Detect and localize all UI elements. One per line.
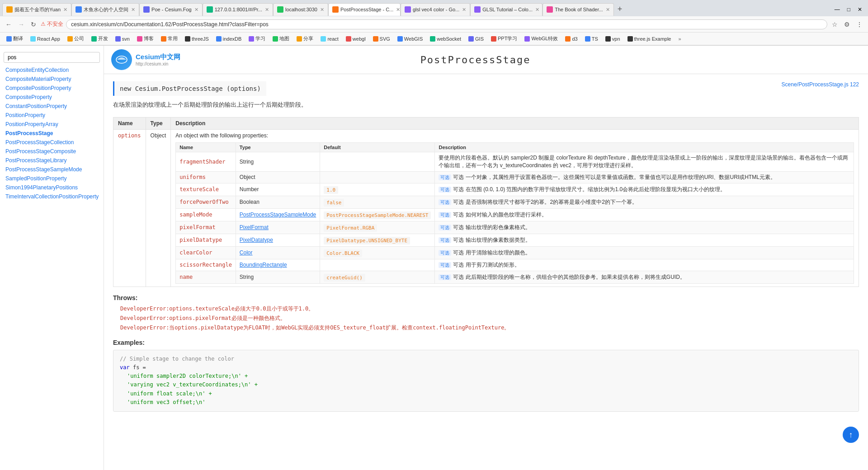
inner-param-type[interactable]: PostProcessStageSampleMode <box>236 208 320 221</box>
tab-close-3[interactable]: ✕ <box>265 7 269 13</box>
sidebar-item-PostProcessStageComposite[interactable]: PostProcessStageComposite <box>0 147 104 156</box>
bookmark-gis[interactable]: GIS <box>466 35 486 42</box>
extensions-button[interactable]: ⚙ <box>842 20 852 29</box>
bookmark-vpn[interactable]: vpn <box>603 35 623 42</box>
tab-label-4: localhost:3030 <box>285 7 317 12</box>
throws-item: DeveloperError:options.pixelFormat必须是一种颜… <box>120 315 859 322</box>
new-tab-button[interactable]: + <box>614 5 626 14</box>
bookmark-ppt[interactable]: PPT学习 <box>488 34 520 43</box>
tab-2[interactable]: Poe - Cesium.Fog ✕ <box>139 3 203 16</box>
bookmark-button[interactable]: ☆ <box>830 20 840 29</box>
maximize-button[interactable]: □ <box>844 5 854 14</box>
inner-param-type[interactable]: PixelFormat <box>236 221 320 234</box>
sidebar-item-PostProcessStageCollection[interactable]: PostProcessStageCollection <box>0 138 104 147</box>
tab-close-4[interactable]: ✕ <box>320 7 324 13</box>
bookmark-websocket[interactable]: webSocket <box>427 35 464 42</box>
tab-close-1[interactable]: ✕ <box>131 7 135 13</box>
refresh-button[interactable]: ↻ <box>29 20 38 29</box>
sidebar-search-input[interactable] <box>4 52 100 63</box>
back-button[interactable]: ← <box>4 20 14 29</box>
tab-close-7[interactable]: ✕ <box>535 7 539 13</box>
tab-label-2: Poe - Cesium.Fog <box>151 7 192 12</box>
tab-label-6: glsl vec4 color - Go... <box>413 7 459 12</box>
tab-favicon-0 <box>6 6 13 13</box>
bookmark-icon-threejsex <box>627 36 633 42</box>
type-link[interactable]: PostProcessStageSampleMode <box>240 212 316 218</box>
inner-param-type[interactable]: Color <box>236 246 320 259</box>
tab-7[interactable]: GLSL Tutorial – Colo... ✕ <box>470 3 542 16</box>
inner-param-type[interactable]: PixelDatatype <box>236 234 320 246</box>
sidebar-item-Simon1994PlanetaryPositions[interactable]: Simon1994PlanetaryPositions <box>0 183 104 192</box>
constructor-source-link[interactable]: Scene/PostProcessStage.js 122 <box>782 81 859 88</box>
bookmark-study[interactable]: 学习 <box>246 34 268 43</box>
tab-0[interactable]: 掘着五个金币的Yuan ✕ <box>2 3 71 16</box>
forward-button[interactable]: → <box>16 20 26 29</box>
inner-param-description: 可选可选 如何对输入的颜色纹理进行采样。 <box>435 208 854 221</box>
bookmark-threejs[interactable]: threeJS <box>182 35 212 42</box>
bookmarks-more[interactable]: » <box>675 35 684 42</box>
tab-3[interactable]: 127.0.0.1:8001/#/Pr... ✕ <box>203 3 273 16</box>
sidebar-item-CompositeMaterialProperty[interactable]: CompositeMaterialProperty <box>0 75 104 84</box>
tab-8[interactable]: The Book of Shader... ✕ <box>542 3 613 16</box>
optional-badge: 可选 <box>439 212 451 218</box>
sidebar-item-PositionPropertyArray[interactable]: PositionPropertyArray <box>0 120 104 129</box>
tab-5[interactable]: PostProcessStage - C... ✕ <box>328 3 401 16</box>
param-name-options: options <box>113 129 146 287</box>
sidebar-item-CompositeEntityCollection[interactable]: CompositeEntityCollection <box>0 66 104 75</box>
sidebar-item-CompositePositionProperty[interactable]: CompositePositionProperty <box>0 84 104 93</box>
bookmark-dev[interactable]: 开发 <box>89 34 111 43</box>
bookmark-translate[interactable]: 翻译 <box>4 34 26 43</box>
tab-1[interactable]: 木鱼水心的个人空间 ✕ <box>71 3 139 16</box>
bookmark-company[interactable]: 公司 <box>65 34 87 43</box>
bookmark-webglfx[interactable]: WebGL特效 <box>522 34 561 43</box>
inner-table-row: clearColorColorColor.BLACK可选可选 用于清除输出纹理的… <box>176 246 854 259</box>
cesium-logo[interactable]: Cesium中文网 http://cesium.xin <box>111 49 180 70</box>
sidebar-item-PostProcessStageSampleMode[interactable]: PostProcessStageSampleMode <box>0 165 104 174</box>
sidebar-item-CompositeProperty[interactable]: CompositeProperty <box>0 93 104 102</box>
type-link[interactable]: BoundingRectangle <box>240 262 287 268</box>
tab-close-6[interactable]: ✕ <box>462 7 466 13</box>
bookmark-d3[interactable]: d3 <box>562 35 580 42</box>
sidebar-item-ConstantPositionProperty[interactable]: ConstantPositionProperty <box>0 102 104 111</box>
scroll-to-top-button[interactable]: ↑ <box>843 427 859 443</box>
bookmark-icon-blog <box>137 36 142 42</box>
bookmark-react2[interactable]: react <box>318 35 341 42</box>
sidebar-item-PostProcessStageLibrary[interactable]: PostProcessStageLibrary <box>0 156 104 165</box>
tab-favicon-7 <box>474 6 481 13</box>
tab-close-0[interactable]: ✕ <box>63 7 67 13</box>
bookmark-webgl[interactable]: webgl <box>343 35 368 42</box>
bookmark-common[interactable]: 常用 <box>158 34 180 43</box>
bookmark-threejsex[interactable]: three.js Example <box>625 35 674 42</box>
bookmark-ts[interactable]: TS <box>582 35 601 42</box>
params-table: Name Type Description options Object An … <box>113 117 859 287</box>
address-input[interactable] <box>66 19 827 29</box>
param-type-options: Object <box>146 129 171 287</box>
inner-table-row: forcePowerOfTwoBooleanfalse可选可选 是否强制将纹理尺… <box>176 196 854 208</box>
bookmark-indexdb[interactable]: indexDB <box>213 35 245 42</box>
type-link[interactable]: PixelDatatype <box>240 237 273 243</box>
menu-button[interactable]: ⋮ <box>854 20 864 29</box>
tab-close-2[interactable]: ✕ <box>194 7 198 13</box>
type-link[interactable]: PixelFormat <box>240 224 269 230</box>
sidebar-item-PostProcessStage[interactable]: PostProcessStage <box>0 129 104 138</box>
sidebar-item-TimeIntervalCollectionPositionProperty[interactable]: TimeIntervalCollectionPositionProperty <box>0 192 104 201</box>
sidebar-item-SampledPositionProperty[interactable]: SampledPositionProperty <box>0 174 104 183</box>
bookmark-react[interactable]: React App <box>28 35 63 42</box>
close-window-button[interactable]: ✕ <box>854 5 866 14</box>
tab-4[interactable]: localhost:3030 ✕ <box>273 3 328 16</box>
bookmark-svg[interactable]: SVG <box>370 35 393 42</box>
sidebar-item-PositionProperty[interactable]: PositionProperty <box>0 111 104 120</box>
bookmark-svn[interactable]: svn <box>113 35 132 42</box>
bookmark-icon-share <box>297 36 302 42</box>
bookmark-webgis[interactable]: WebGIS <box>395 35 425 42</box>
bookmark-share[interactable]: 分享 <box>294 34 316 43</box>
tab-close-8[interactable]: ✕ <box>606 7 610 13</box>
tab-close-5[interactable]: ✕ <box>396 7 400 13</box>
tab-6[interactable]: glsl vec4 color - Go... ✕ <box>401 3 470 16</box>
bookmark-blog[interactable]: 博客 <box>134 34 156 43</box>
bookmark-map[interactable]: 地图 <box>270 34 292 43</box>
inner-param-type[interactable]: BoundingRectangle <box>236 259 320 271</box>
minimize-button[interactable]: — <box>831 5 844 14</box>
inner-col-name: Name <box>176 142 236 152</box>
type-link[interactable]: Color <box>240 249 253 256</box>
